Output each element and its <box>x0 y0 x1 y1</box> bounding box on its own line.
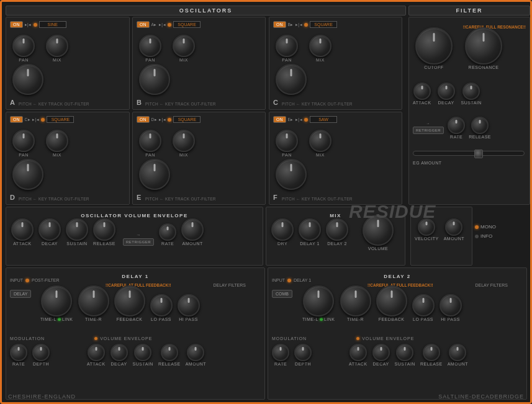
env-release-knob[interactable] <box>93 218 115 241</box>
osc-d-wave[interactable]: SQUARE <box>47 116 74 123</box>
filter-release-knob[interactable] <box>471 117 489 134</box>
osc-e-pan-knob[interactable] <box>139 130 161 152</box>
osc-f-mix-knob[interactable] <box>309 130 331 152</box>
osc-d-led <box>41 118 45 122</box>
delay2-lopass-knob[interactable] <box>412 294 435 316</box>
env-decay-knob[interactable] <box>38 218 61 241</box>
delay2-amount-knob[interactable] <box>449 344 466 361</box>
delay2-depth-knob[interactable] <box>294 344 312 361</box>
osc-c-pitch-knob[interactable] <box>276 64 307 95</box>
osc-c-wave[interactable]: SQUARE <box>310 21 337 28</box>
osc-f-controls: ON E▸ ▸|◂ SAW <box>273 116 337 123</box>
osc-c-on-btn[interactable]: ON <box>273 21 286 28</box>
delay1-time-r-knob[interactable] <box>78 285 109 316</box>
delay1-input-row: INPUT POST-FILTER <box>10 278 60 282</box>
osc-a-pitch-knob[interactable] <box>12 64 43 95</box>
delay1-depth-knob[interactable] <box>32 344 50 361</box>
delay1-amount-label: AMOUNT <box>186 362 206 366</box>
filter-retrigger-btn[interactable]: RETRIGGER <box>413 127 444 134</box>
delay2-modulation-label: MODULATION <box>272 336 307 341</box>
filter-cutoff-knob[interactable] <box>415 27 453 65</box>
osc-b-controls: ON A▸ ▸|◂ SQUARE <box>137 21 201 28</box>
delay2-mod-knobs: RATE DEPTH <box>272 344 312 366</box>
mix-dry-knob[interactable] <box>271 218 294 241</box>
env-amount-knob[interactable] <box>181 218 204 241</box>
delay1-release-knob[interactable] <box>161 344 178 361</box>
delay2-feedback-knob[interactable] <box>376 285 407 316</box>
filter-eg-thumb[interactable] <box>474 150 483 158</box>
delay1-release-label: RELEASE <box>158 362 181 366</box>
env-rate-knob[interactable] <box>159 223 176 241</box>
delay1-hipass-knob[interactable] <box>178 294 200 316</box>
delay1-rate-knob[interactable] <box>10 344 27 361</box>
osc-c-mix-knob[interactable] <box>309 35 331 57</box>
delay2-release-knob[interactable] <box>423 344 440 361</box>
delay1-rate-label: RATE <box>12 362 25 366</box>
delay2-volenv-label: VOLUME ENVELOPE <box>362 336 414 341</box>
delay2-comb-btn[interactable]: COMB <box>272 290 292 298</box>
delay2-attack-knob[interactable] <box>349 344 367 361</box>
delay1-time-r-label: TIME-R <box>85 317 102 321</box>
filter-attack-knob[interactable] <box>413 83 431 100</box>
osc-c-footer: PITCH ← KEY TRACK OUT-FILTER <box>282 102 353 106</box>
delay2-time-l-knob[interactable] <box>303 285 334 316</box>
osc-d-on-btn[interactable]: ON <box>10 116 23 123</box>
delay2-input-label: INPUT <box>272 278 285 282</box>
osc-c-pan-knob[interactable] <box>276 35 298 57</box>
osc-e-mix-knob[interactable] <box>173 130 195 152</box>
mix-delay1-knob[interactable] <box>299 218 321 241</box>
delay2-rate-knob[interactable] <box>272 344 289 361</box>
info-btn[interactable]: INFO <box>475 233 496 239</box>
env-retrigger-btn[interactable]: RETRIGGER <box>123 238 154 246</box>
filter-eg-slider[interactable] <box>413 151 525 156</box>
env-attack-knob[interactable] <box>11 218 34 241</box>
osc-d-pitch-knob[interactable] <box>12 159 43 190</box>
delay1-sustain-knob[interactable] <box>134 344 151 361</box>
osc-d-mix-knob[interactable] <box>46 130 68 152</box>
mix-title: MIX <box>330 213 341 218</box>
osc-b-mix-knob[interactable] <box>173 35 195 57</box>
delay1-attack-knob[interactable] <box>88 344 105 361</box>
delay2-sustain-knob[interactable] <box>396 344 413 361</box>
osc-d-pan-knob[interactable] <box>12 130 35 152</box>
osc-e-pitch-knob[interactable] <box>139 159 170 190</box>
mono-btn[interactable]: MONO <box>475 224 496 230</box>
mix-volume-label: VOLUME <box>368 246 389 251</box>
osc-b-on-btn[interactable]: ON <box>137 21 150 28</box>
osc-a-mix-knob[interactable] <box>46 35 68 57</box>
amount-knob[interactable] <box>445 218 462 236</box>
osc-f-pan-knob[interactable] <box>276 130 298 152</box>
osc-b-wave[interactable]: SQUARE <box>173 21 201 28</box>
delay2-attack-label: ATTACK <box>349 362 367 366</box>
delay1-lopass-knob[interactable] <box>150 294 173 316</box>
osc-f-on-btn[interactable]: ON <box>273 116 286 123</box>
delay2-rate-label: RATE <box>274 362 287 366</box>
delay1-amount-knob[interactable] <box>187 344 204 361</box>
delay1-decay-knob[interactable] <box>110 344 128 361</box>
delay2-time-r-knob[interactable] <box>340 285 371 316</box>
osc-e-on-btn[interactable]: ON <box>137 116 150 123</box>
osc-b-pan-knob[interactable] <box>139 35 161 57</box>
delay1-time-l-knob[interactable] <box>41 285 72 316</box>
osc-a-on-btn[interactable]: ON <box>10 21 23 28</box>
delay1-delay-btn-group: DELAY <box>10 287 31 298</box>
osc-e-wave[interactable]: SQUARE <box>173 116 201 123</box>
filter-eg-amount-group: EG AMOUNT <box>413 151 526 167</box>
delay2-hipass-knob[interactable] <box>440 294 462 316</box>
mix-delay2-knob[interactable] <box>326 218 348 241</box>
delay1-feedback-knob[interactable] <box>114 285 145 316</box>
delay2-decay-knob[interactable] <box>372 344 390 361</box>
filter-rate-label: RATE <box>450 135 462 139</box>
osc-b-pitch-knob[interactable] <box>139 64 170 95</box>
env-sustain-knob[interactable] <box>66 218 88 241</box>
filter-decay-knob[interactable] <box>438 83 455 100</box>
filter-rate-knob[interactable] <box>448 117 465 134</box>
osc-f-pitch-knob[interactable] <box>276 159 307 190</box>
osc-a-pan-knob[interactable] <box>12 35 35 57</box>
filter-sustain-knob[interactable] <box>462 83 480 100</box>
osc-f-knobs-row1: PAN MIX <box>276 130 331 157</box>
filter-resonance-knob[interactable] <box>465 27 502 65</box>
osc-a-wave[interactable]: SINE <box>39 21 66 28</box>
osc-f-wave[interactable]: SAW <box>310 116 337 123</box>
delay1-delay-btn[interactable]: DELAY <box>10 290 31 298</box>
